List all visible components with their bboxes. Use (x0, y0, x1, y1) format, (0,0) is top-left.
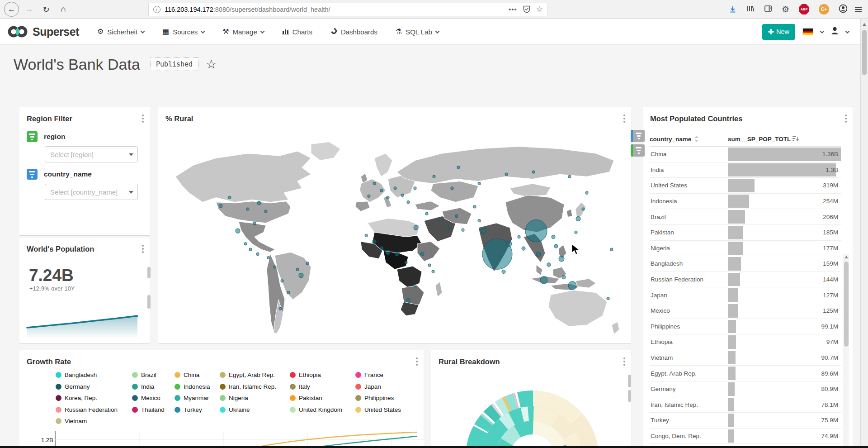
page-actions-icon[interactable]: ••• (509, 5, 517, 13)
legend-item[interactable]: France (355, 371, 424, 379)
table-row: Pakistan185M (650, 225, 841, 241)
browser-refresh-button[interactable]: ↻ (39, 2, 53, 17)
nav-item-manage[interactable]: ⚒Manage (222, 28, 264, 36)
value-bar (728, 414, 734, 427)
legend-item[interactable]: Germany (56, 382, 132, 391)
legend-item[interactable]: Thailand (132, 405, 175, 414)
table-row: Bangladesh159M (650, 256, 841, 272)
bookmark-star-icon[interactable]: ☆ (536, 5, 543, 14)
url-bar[interactable]: i 116.203.194.172:8080/superset/dashboar… (148, 3, 548, 16)
region-select[interactable]: Select [region] (45, 146, 138, 162)
scroll-thumb[interactable] (862, 30, 867, 75)
user-icon[interactable] (831, 27, 839, 37)
save-to-pocket-icon[interactable] (523, 5, 530, 13)
adblock-plus-icon[interactable]: ABP (799, 4, 809, 14)
country-cell: Brazil (650, 214, 728, 220)
legend-item[interactable]: Ukraine (220, 405, 290, 414)
downloads-icon[interactable] (729, 5, 737, 14)
account-icon[interactable] (839, 4, 848, 15)
column-header-sum-pop[interactable]: sum__SP_POP_TOTL (728, 136, 841, 143)
world-map[interactable] (162, 133, 627, 341)
mouse-cursor (571, 243, 581, 255)
scroll-up-icon[interactable] (863, 23, 866, 26)
dashboard-header: World's Bank Data Published ☆ (0, 45, 860, 84)
kebab-menu-icon[interactable] (845, 114, 847, 123)
nav-item-sicherheit[interactable]: ⚙Sicherheit (97, 28, 144, 36)
superset-logo[interactable]: Superset (7, 25, 79, 38)
panel-resize-handle[interactable] (628, 375, 631, 387)
legend-item[interactable]: Korea, Rep. (56, 394, 132, 402)
legend-item[interactable]: Japan (355, 382, 424, 391)
table-row: China1.36B (650, 147, 841, 162)
legend-item[interactable]: Nigeria (220, 394, 290, 402)
value-cell: 97M (728, 334, 841, 350)
table-row: Congo, Dem. Rep.74.9M (650, 429, 841, 444)
browser-back-button[interactable]: ← (4, 2, 19, 17)
nav-item-sources[interactable]: ▦Sources (162, 28, 204, 36)
legend-item[interactable]: Indonesia (175, 382, 220, 391)
legend-item[interactable]: Turkey (175, 405, 220, 414)
value-cell: 206M (728, 209, 841, 224)
nav-item-charts[interactable]: Charts (282, 28, 312, 36)
value-bar (728, 226, 743, 239)
new-button[interactable]: ✚New (762, 24, 795, 40)
rural-breakdown-sunburst[interactable] (431, 350, 631, 448)
published-badge[interactable]: Published (150, 57, 198, 71)
nav-item-dashboards[interactable]: Dashboards (330, 28, 377, 36)
column-header-country[interactable]: country_name (650, 136, 728, 143)
language-chevron-icon[interactable] (820, 29, 825, 33)
value-bar (728, 429, 734, 443)
value-cell: 127M (728, 287, 841, 303)
kebab-menu-icon[interactable] (142, 114, 144, 123)
favorite-star-icon[interactable]: ☆ (206, 57, 217, 71)
kebab-menu-icon[interactable] (142, 245, 144, 253)
legend-item[interactable]: China (175, 371, 220, 379)
legend-item[interactable]: Italy (290, 382, 355, 391)
applied-filter-badge-green[interactable] (632, 144, 645, 157)
legend-item[interactable]: Russian Federation (56, 405, 132, 414)
applied-filter-badge-blue[interactable] (632, 130, 645, 142)
legend-item[interactable]: Egypt, Arab Rep. (220, 371, 290, 379)
table-row: Russian Federation144M (650, 272, 841, 288)
legend-item[interactable]: Mexico (132, 394, 175, 402)
menu-icon[interactable] (855, 7, 862, 12)
kebab-menu-icon[interactable] (623, 114, 625, 123)
browser-home-button[interactable]: ⌂ (56, 2, 71, 17)
legend-item[interactable]: United Kingdom (290, 405, 355, 414)
cplus-extension-icon[interactable]: C+ (819, 4, 829, 14)
value-cell: 80.9M (728, 381, 841, 397)
country-name-select[interactable]: Select [country_name] (45, 184, 138, 200)
settings-gear-icon[interactable]: ⚙ (782, 5, 789, 14)
legend-dot (220, 407, 226, 413)
country-cell: United States (650, 182, 728, 189)
legend-item[interactable]: Philippines (355, 394, 424, 402)
panel-resize-handle[interactable] (147, 267, 151, 278)
table-row: Indonesia254M (650, 194, 841, 210)
legend-item[interactable]: Bangladesh (56, 371, 132, 379)
page-scrollbar[interactable] (860, 19, 868, 448)
legend-item[interactable]: United States (355, 405, 424, 414)
nav-item-sql-lab[interactable]: ⚗SQL Lab (396, 28, 439, 36)
legend-dot (132, 372, 138, 378)
browser-forward-button[interactable]: → (22, 2, 36, 17)
table-scrollbar[interactable] (843, 254, 849, 448)
legend-item[interactable]: Ethiopia (290, 371, 355, 379)
site-info-icon[interactable]: i (153, 6, 160, 13)
legend-item[interactable]: Iran, Islamic Rep. (220, 382, 290, 391)
table-row: Iran, Islamic Rep.78.1M (650, 397, 841, 413)
legend-item[interactable]: Vietnam (56, 417, 132, 425)
legend-item[interactable]: Myanmar (175, 394, 220, 402)
language-flag-icon[interactable] (802, 28, 813, 35)
country-cell: Philippines (650, 323, 728, 330)
legend-item[interactable]: India (132, 382, 175, 391)
kebab-menu-icon[interactable] (416, 357, 418, 366)
legend-item[interactable]: Brazil (132, 371, 175, 379)
legend-item[interactable]: Pakistan (290, 394, 355, 402)
panel-resize-handle[interactable] (628, 390, 631, 402)
user-chevron-icon[interactable] (845, 29, 850, 33)
scroll-thumb[interactable] (844, 262, 849, 347)
scroll-up-icon[interactable] (844, 256, 848, 258)
sidebar-toggle-icon[interactable] (764, 5, 772, 14)
library-icon[interactable] (746, 5, 755, 14)
panel-resize-handle[interactable] (147, 295, 151, 309)
